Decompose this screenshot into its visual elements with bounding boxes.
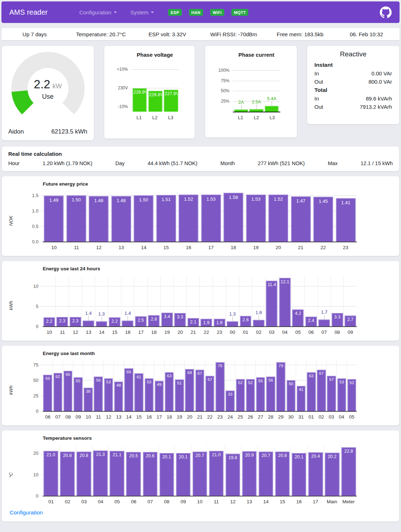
bar: 1.51: [156, 195, 176, 242]
bar-slot: 1.4: [121, 276, 134, 326]
chart-area: °C2010021.020.820.821.321.120.520.620.12…: [2, 445, 399, 504]
x-tick-label: 13: [241, 499, 258, 504]
bar: 2.2: [109, 317, 120, 326]
bar: 20.9: [242, 451, 257, 496]
bar-slot: 52: [245, 361, 255, 411]
bar-value-label: 20.5: [127, 453, 140, 458]
bar-value-label: 38: [84, 389, 92, 393]
y-tick-label: 75%: [221, 78, 229, 83]
bar-value-label: 20.1: [160, 454, 174, 459]
bar: 57: [206, 376, 214, 411]
bar: 63: [165, 372, 174, 411]
leader-line: [102, 317, 102, 321]
x-tick-label: 19: [161, 330, 174, 335]
bar: 4.2: [292, 309, 304, 326]
bar-slot: 20.4: [307, 445, 324, 496]
bar: 51: [175, 379, 184, 411]
bar-slot: 21.3: [92, 445, 109, 496]
github-icon: [380, 6, 392, 18]
bar: 20.5: [126, 452, 141, 496]
chevron-down-icon: [151, 11, 154, 13]
bar-slot: 1.52: [267, 191, 290, 242]
bar: 55: [74, 377, 82, 411]
chart-area: 100%75%50%25%2A2.5A5.4AL1L2L3: [207, 65, 295, 120]
bar: 1.50: [66, 195, 86, 242]
bar-value-label: 21.3: [94, 452, 107, 457]
bar-slot: 3.3: [331, 276, 344, 326]
bar-slot: 20.8: [274, 445, 291, 496]
nav-configuration-menu[interactable]: Configuration: [79, 9, 117, 15]
x-tick-label: 04: [92, 499, 109, 504]
bar-slot: 1.7: [318, 276, 331, 326]
bar-value-label: 1.45: [314, 199, 332, 204]
bar-slot: 2.3: [69, 276, 82, 326]
bar: 52: [246, 379, 255, 411]
x-tick-label: 14: [133, 245, 155, 250]
x-tick-label: 28: [266, 414, 276, 420]
plot-area: +10%230V-10%229.9V226.6V227.8VL1L2L3: [131, 65, 179, 120]
x-tick-label: 09: [344, 330, 357, 335]
bar-slot: 49: [154, 361, 164, 411]
x-tick-label: 29: [276, 414, 286, 420]
x-tick-label: 30: [286, 414, 296, 420]
x-tick-label: 26: [245, 414, 255, 420]
bar: 1.53: [201, 195, 221, 242]
energy-last-month-chart: Energy use last monthkWh7550250596265553…: [2, 351, 399, 420]
bar-slot: 33: [225, 361, 235, 411]
plot-area: 2010021.020.820.821.321.120.520.620.120.…: [43, 445, 357, 504]
bar-value-label: 20.6: [144, 453, 157, 458]
x-tick-label: 10: [43, 245, 65, 250]
bar-value-label: 53: [146, 380, 153, 384]
nav-system-menu[interactable]: System: [130, 9, 154, 15]
bar-value-label: 50: [287, 382, 295, 386]
max-label: Max: [328, 160, 337, 166]
x-tick-label: 20: [174, 330, 186, 335]
bar-slot: 1.53: [245, 191, 267, 242]
plot: 7550250596265553856534869615349635168675…: [43, 361, 357, 411]
bars: 21.020.820.821.321.120.520.620.120.120.7…: [43, 445, 357, 496]
bar: 1.53: [246, 195, 266, 242]
phase-current-card: Phase current100%75%50%25%2A2.5A5.4AL1L2…: [205, 46, 297, 137]
wifi-status-badge: WiFi: [210, 9, 224, 16]
x-tick-label: 02: [316, 414, 326, 420]
bar: 2.7: [345, 316, 356, 326]
bars: 2A2.5A5.4A: [233, 68, 280, 112]
y-axis-title-text: °C: [8, 472, 14, 478]
reactive-total-out-row: Out 7913.2 kVArh: [314, 103, 392, 111]
bar-value-label: 1.9: [201, 320, 211, 325]
bar-slot: 3.4: [160, 276, 173, 326]
bar: [265, 106, 278, 112]
bar-value-label: 21.0: [210, 452, 223, 457]
bar-slot: 1.58: [222, 191, 245, 242]
github-link[interactable]: [380, 6, 392, 18]
bar-value-label: 65: [64, 372, 72, 377]
bar: 20.1: [292, 453, 306, 496]
bar: 79: [276, 362, 285, 411]
leader-line: [232, 317, 233, 321]
x-tick-label: 15: [108, 330, 121, 335]
bar-value-label: 1.58: [224, 195, 243, 200]
bar-slot: 38: [83, 361, 93, 411]
y-tick-label: 10: [33, 284, 38, 289]
x-tick-label: 22: [200, 330, 213, 335]
x-tick-label: 03: [265, 330, 278, 335]
configuration-link[interactable]: Configuration: [10, 509, 43, 516]
bar-slot: 52: [347, 361, 357, 411]
bar-value-label: 61: [135, 375, 142, 379]
bar: 1.48: [89, 196, 109, 242]
bar-value-label: 2.3: [70, 318, 80, 323]
x-tick-label: 27: [255, 414, 266, 420]
bar-slot: 57: [326, 361, 336, 411]
bar-value-label: 2.3: [57, 318, 67, 323]
x-axis-baseline: [43, 242, 357, 242]
x-tick-label: 12: [69, 330, 82, 335]
y-tick-label: 50%: [221, 88, 229, 93]
plot-area: 100%75%50%25%2A2.5A5.4AL1L2L3: [233, 65, 280, 120]
bar: 61: [134, 373, 143, 411]
bar-slot: 4.2: [291, 276, 304, 326]
x-tick-label: Main: [324, 499, 340, 504]
wifi-rssi-status: WiFi RSSI: -70dBm: [200, 31, 267, 37]
bar: 50: [287, 380, 295, 411]
bar-slot: 227.8V: [163, 65, 179, 112]
bar: 20.6: [143, 452, 158, 496]
